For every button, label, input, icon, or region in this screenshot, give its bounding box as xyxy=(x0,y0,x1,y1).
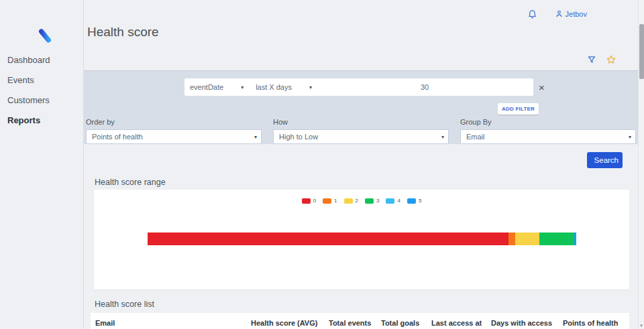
search-button[interactable]: Search xyxy=(587,152,623,168)
legend-label: 5 xyxy=(419,198,421,204)
legend-label: 2 xyxy=(356,198,358,204)
search-icon xyxy=(591,156,592,164)
legend-label: 4 xyxy=(397,198,400,204)
legend-label: 0 xyxy=(313,198,316,204)
group-by-label: Group By xyxy=(460,118,636,126)
bar-segment-5 xyxy=(574,233,576,245)
bar-segment-2 xyxy=(515,233,539,245)
legend-label: 1 xyxy=(334,198,337,204)
health-score-range-card: 012345 xyxy=(94,190,629,289)
chevron-down-icon: ▾ xyxy=(309,84,312,90)
sidebar-nav: DashboardEventsCustomersReports xyxy=(0,51,83,131)
filter-panel: eventDate ▾ last X days ▾ × ADD FILTER O… xyxy=(84,71,638,144)
column-header-points-of-health[interactable]: Points of health xyxy=(563,319,625,327)
filter-funnel-icon[interactable] xyxy=(587,55,596,64)
order-by-label: Order by xyxy=(86,118,262,126)
filter-row: eventDate ▾ last X days ▾ xyxy=(184,78,533,96)
jetbov-logo[interactable] xyxy=(30,19,56,46)
sidebar: DashboardEventsCustomersReports xyxy=(0,0,84,329)
sidebar-item-events[interactable]: Events xyxy=(0,71,83,89)
favorite-star-icon[interactable] xyxy=(606,54,616,65)
vertical-scrollbar[interactable]: ▼ xyxy=(638,0,644,329)
filter-amount-input[interactable] xyxy=(316,82,533,92)
jetbov-logo-icon xyxy=(30,19,56,46)
legend-item-1[interactable]: 1 xyxy=(323,198,337,204)
chevron-down-icon: ▾ xyxy=(441,134,444,140)
remove-filter-icon[interactable]: × xyxy=(539,78,545,96)
column-header-days-with-access[interactable]: Days with access xyxy=(491,319,563,327)
legend-label: 3 xyxy=(376,198,379,204)
legend-item-0[interactable]: 0 xyxy=(302,198,316,204)
health-score-stacked-bar xyxy=(148,233,576,245)
legend-swatch-4 xyxy=(386,198,394,204)
chevron-down-icon: ▾ xyxy=(254,134,257,140)
topbar: Health score Jetbov xyxy=(84,0,638,71)
page-title: Health score xyxy=(87,25,159,40)
legend-swatch-2 xyxy=(344,198,353,204)
how-select[interactable]: High to Low ▾ xyxy=(273,129,449,144)
legend-swatch-5 xyxy=(407,198,416,204)
user-name: Jetbov xyxy=(566,10,587,18)
legend-swatch-1 xyxy=(323,198,331,204)
user-icon xyxy=(555,9,564,18)
scrollbar-thumb[interactable] xyxy=(639,24,644,79)
bar-segment-3 xyxy=(539,233,574,245)
sidebar-item-customers[interactable]: Customers xyxy=(0,91,83,109)
column-header-total-events[interactable]: Total events xyxy=(329,319,381,327)
bar-segment-1 xyxy=(508,233,515,245)
chevron-down-icon: ▾ xyxy=(241,84,244,90)
column-header-last-access-at[interactable]: Last access at xyxy=(431,319,491,327)
chevron-down-icon: ▾ xyxy=(629,134,631,140)
range-card-title: Health score range xyxy=(95,178,166,187)
main-content: Health score Jetbov xyxy=(84,0,638,329)
legend-swatch-0 xyxy=(302,198,311,204)
add-filter-button[interactable]: ADD FILTER xyxy=(498,103,539,115)
filter-field-select[interactable]: eventDate ▾ xyxy=(184,78,248,96)
app-window: DashboardEventsCustomersReports Health s… xyxy=(0,0,644,329)
filter-period-select[interactable]: last X days ▾ xyxy=(248,78,316,96)
table-header-row: EmailHealth score (AVG)Total eventsTotal… xyxy=(91,313,629,327)
legend-item-3[interactable]: 3 xyxy=(365,198,379,204)
group-by-select[interactable]: Email ▾ xyxy=(460,129,636,144)
sidebar-item-dashboard[interactable]: Dashboard xyxy=(0,51,83,69)
scrollbar-down-arrow[interactable]: ▼ xyxy=(639,324,644,328)
legend-item-5[interactable]: 5 xyxy=(407,198,421,204)
column-header-email[interactable]: Email xyxy=(91,319,251,327)
legend-swatch-3 xyxy=(365,198,374,204)
health-score-table: EmailHealth score (AVG)Total eventsTotal… xyxy=(91,313,629,329)
bar-segment-0 xyxy=(148,233,508,245)
notifications-bell-icon[interactable] xyxy=(527,9,537,19)
order-by-select[interactable]: Points of health ▾ xyxy=(86,129,262,144)
user-menu[interactable]: Jetbov xyxy=(555,9,587,18)
how-label: How xyxy=(273,118,449,126)
chart-legend: 012345 xyxy=(94,198,629,204)
legend-item-4[interactable]: 4 xyxy=(386,198,400,204)
list-title: Health score list xyxy=(95,300,154,309)
column-header-health-score-avg[interactable]: Health score (AVG) xyxy=(251,319,329,327)
sidebar-item-reports[interactable]: Reports xyxy=(0,111,83,129)
column-header-total-goals[interactable]: Total goals xyxy=(381,319,431,327)
legend-item-2[interactable]: 2 xyxy=(344,198,358,204)
